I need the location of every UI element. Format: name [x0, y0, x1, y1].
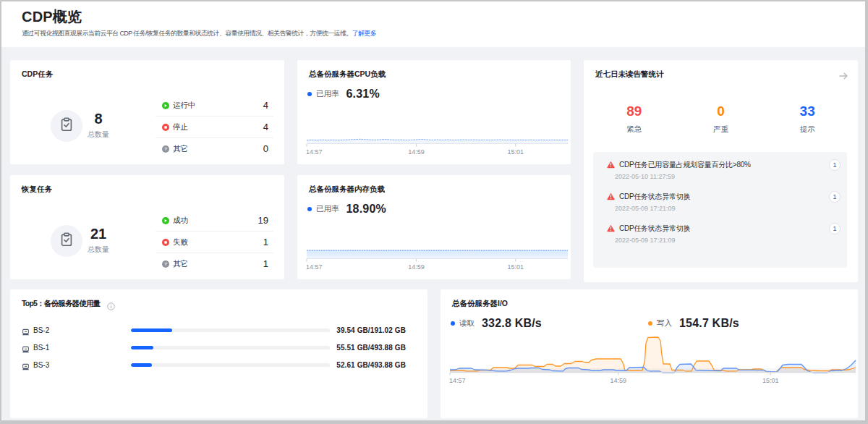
usage-value: 39.54 GB/191.02 GB: [336, 326, 406, 334]
server-name: BS-1: [33, 344, 49, 352]
question-icon: ?: [162, 260, 169, 268]
cdp-tasks-card-title: CDP任务: [22, 69, 53, 80]
info-count: 33: [764, 103, 851, 119]
clipboard-check-icon: [59, 116, 75, 135]
status-value: 4: [263, 100, 273, 111]
alerts-card-title: 近七日未读告警统计: [595, 69, 664, 80]
svg-text:14:59: 14:59: [408, 263, 425, 271]
alert-count-badge: 1: [829, 159, 841, 171]
svg-text:14:59: 14:59: [610, 377, 627, 384]
alert-timestamp: 2022-05-09 17:21:09: [607, 203, 841, 214]
info-circle-icon[interactable]: [107, 300, 115, 308]
alert-stat-info: 33 提示: [764, 103, 851, 135]
status-row-stopped: 停止 4: [156, 116, 273, 137]
usage-bar: [131, 328, 330, 332]
memory-load-chart[interactable]: 14:5714:5915:01: [297, 175, 571, 279]
alert-item[interactable]: CDP任务已用容量占规划容量百分比>80% 1 2022-05-10 11:27…: [607, 159, 841, 182]
usage-bar-fill: [131, 346, 153, 349]
severe-count: 0: [678, 103, 765, 119]
alert-item[interactable]: CDP任务状态异常切换 1 2022-05-09 17:21:09: [607, 223, 841, 246]
usage-bar: [131, 363, 330, 367]
svg-text:14:59: 14:59: [408, 148, 425, 156]
status-row-failed: 失败 1: [156, 231, 273, 253]
memory-load-card: 总备份服务器内存负载 已用率 18.90% 14:5714:5915:01: [297, 175, 571, 279]
alert-count-badge: 1: [829, 223, 841, 234]
status-value: 4: [263, 122, 273, 132]
alert-stats: 89 紧急 0 严重 33 提示: [591, 103, 851, 135]
alert-list: CDP任务已用容量占规划容量百分比>80% 1 2022-05-10 11:27…: [593, 152, 847, 268]
cpu-load-chart[interactable]: 14:5714:5915:01: [297, 60, 571, 164]
alert-timestamp: 2022-05-09 17:21:09: [607, 235, 841, 246]
server-usage-row: BS-3 52.61 GB/493.88 GB: [22, 356, 416, 373]
usage-value: 55.51 GB/493.88 GB: [336, 344, 406, 352]
svg-text:?: ?: [164, 262, 167, 266]
usage-bar-fill: [131, 328, 172, 332]
svg-text:14:57: 14:57: [306, 148, 323, 156]
stopped-icon: [162, 124, 169, 131]
status-value: 1: [263, 237, 273, 247]
restore-tasks-card-title: 恢复任务: [22, 185, 52, 195]
alerts-card: 近七日未读告警统计 89 紧急 0 严重 33 提示 CDP任务已用容量占规划容…: [584, 60, 858, 282]
alert-count-badge: 1: [829, 191, 841, 203]
status-label: 失败: [173, 237, 188, 247]
success-icon: [162, 217, 169, 224]
server-name: BS-2: [33, 326, 49, 334]
top5-usage-card: Top5：备份服务器使用量 BS-2 39.54 GB/191.02 GB BS…: [10, 289, 427, 418]
alert-item[interactable]: CDP任务状态异常切换 1 2022-05-09 17:21:09: [607, 191, 841, 214]
restore-tasks-total-label: 总数量: [80, 245, 117, 255]
learn-more-link[interactable]: 了解更多: [352, 30, 376, 37]
io-card: 总备份服务器I/O 读取 332.8 KB/s 写入 154.7 KB/s 14…: [441, 289, 858, 418]
alert-title: CDP任务状态异常切换: [619, 224, 690, 234]
server-icon: [22, 361, 30, 369]
status-label: 停止: [173, 122, 188, 132]
severe-label: 严重: [678, 124, 765, 135]
app-window: CDP概览 通过可视化视图直观展示当前云平台 CDP 任务/恢复任务的数量和状态…: [1, 1, 865, 420]
warning-triangle-icon: [607, 192, 615, 200]
server-usage-row: BS-1 55.51 GB/493.88 GB: [22, 339, 416, 356]
alert-timestamp: 2022-05-10 11:27:59: [607, 171, 841, 182]
svg-text:15:01: 15:01: [508, 148, 524, 156]
clipboard-check-icon: [59, 232, 75, 250]
warning-triangle-icon: [607, 161, 615, 169]
top5-card-title: Top5：备份服务器使用量: [22, 299, 100, 309]
cdp-tasks-status-list: 运行中 4 停止 4 ? 其它 0: [156, 95, 273, 159]
critical-label: 紧急: [591, 124, 678, 135]
status-row-other: ? 其它 0: [156, 137, 273, 159]
alert-stat-severe: 0 严重: [678, 103, 765, 135]
status-label: 其它: [173, 259, 188, 269]
svg-text:15:01: 15:01: [762, 377, 779, 384]
status-label: 成功: [173, 216, 188, 226]
cpu-load-card: 总备份服务器CPU负载 已用率 6.31% 14:5714:5915:01: [297, 60, 571, 164]
server-icon: [22, 344, 30, 352]
info-label: 提示: [764, 124, 851, 135]
restore-tasks-card: 恢复任务 21 总数量 成功 19 失败 1: [10, 175, 284, 279]
svg-text:14:57: 14:57: [306, 263, 323, 271]
status-value: 0: [263, 143, 273, 154]
cdp-tasks-total-label: 总数量: [80, 130, 117, 140]
page-subtitle: 通过可视化视图直观展示当前云平台 CDP 任务/恢复任务的数量和状态统计、容量使…: [22, 29, 376, 38]
server-usage-row: BS-2 39.54 GB/191.02 GB: [22, 321, 416, 339]
cdp-tasks-total: 8: [80, 111, 117, 127]
svg-text:14:57: 14:57: [449, 377, 466, 384]
top5-rows: BS-2 39.54 GB/191.02 GB BS-1 55.51 GB/49…: [22, 321, 416, 373]
io-chart[interactable]: 14:5714:5915:01: [441, 289, 858, 418]
running-icon: [162, 102, 169, 109]
status-row-running: 运行中 4: [156, 95, 273, 116]
usage-value: 52.61 GB/493.88 GB: [336, 361, 406, 369]
question-icon: ?: [162, 145, 169, 153]
page-header: CDP概览 通过可视化视图直观展示当前云平台 CDP 任务/恢复任务的数量和状态…: [1, 1, 865, 47]
warning-triangle-icon: [607, 224, 615, 232]
usage-bar: [131, 346, 330, 349]
critical-count: 89: [591, 103, 678, 119]
arrow-right-icon[interactable]: [838, 71, 848, 81]
status-value: 19: [258, 215, 273, 226]
failed-icon: [162, 239, 169, 246]
server-icon: [22, 326, 30, 334]
cdp-tasks-icon-circle: [51, 110, 82, 142]
status-label: 其它: [173, 144, 188, 154]
server-name: BS-3: [33, 361, 49, 369]
status-label: 运行中: [173, 101, 196, 111]
alert-title: CDP任务状态异常切换: [619, 192, 690, 202]
restore-tasks-total: 21: [80, 226, 117, 242]
alert-stat-critical: 89 紧急: [591, 103, 678, 135]
